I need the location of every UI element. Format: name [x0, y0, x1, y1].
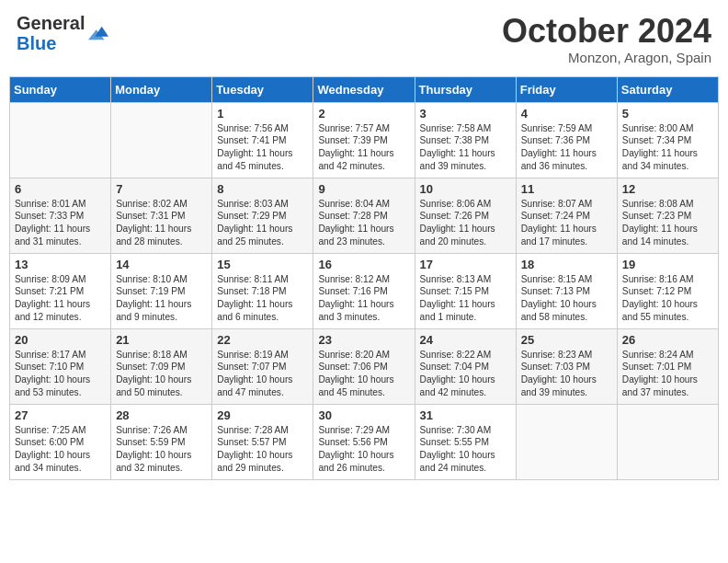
day-number: 29: [217, 408, 308, 422]
cell-info: Sunrise: 8:03 AMSunset: 7:29 PMDaylight:…: [217, 198, 308, 248]
calendar-cell: [516, 404, 617, 479]
col-header-saturday: Saturday: [617, 76, 718, 102]
day-number: 28: [116, 408, 207, 422]
col-header-sunday: Sunday: [10, 76, 111, 102]
cell-info: Sunrise: 8:19 AMSunset: 7:07 PMDaylight:…: [217, 349, 308, 399]
calendar-cell: 2Sunrise: 7:57 AMSunset: 7:39 PMDaylight…: [313, 102, 415, 178]
day-number: 30: [318, 408, 409, 422]
page-header: General Blue October 2024 Monzon, Aragon…: [9, 9, 719, 69]
day-number: 2: [318, 107, 409, 121]
calendar-cell: 28Sunrise: 7:26 AMSunset: 5:59 PMDayligh…: [111, 404, 212, 479]
cell-info: Sunrise: 7:25 AMSunset: 6:00 PMDaylight:…: [15, 424, 106, 475]
day-number: 14: [116, 258, 207, 271]
calendar-cell: 11Sunrise: 8:07 AMSunset: 7:24 PMDayligh…: [516, 178, 617, 253]
logo: General Blue: [17, 13, 108, 53]
col-header-friday: Friday: [516, 76, 617, 102]
cell-info: Sunrise: 7:28 AMSunset: 5:57 PMDaylight:…: [217, 424, 308, 475]
calendar-cell: 21Sunrise: 8:18 AMSunset: 7:09 PMDayligh…: [111, 328, 212, 404]
cell-info: Sunrise: 7:58 AMSunset: 7:38 PMDaylight:…: [420, 122, 511, 173]
cell-info: Sunrise: 8:13 AMSunset: 7:15 PMDaylight:…: [420, 273, 511, 324]
calendar-cell: 18Sunrise: 8:15 AMSunset: 7:13 PMDayligh…: [516, 253, 617, 328]
calendar-cell: 29Sunrise: 7:28 AMSunset: 5:57 PMDayligh…: [212, 404, 313, 479]
day-number: 6: [15, 182, 106, 196]
calendar-cell: [10, 102, 111, 178]
header-row: SundayMondayTuesdayWednesdayThursdayFrid…: [10, 76, 719, 102]
calendar-cell: 15Sunrise: 8:11 AMSunset: 7:18 PMDayligh…: [212, 253, 313, 328]
calendar-cell: 25Sunrise: 8:23 AMSunset: 7:03 PMDayligh…: [516, 328, 617, 404]
day-number: 5: [622, 107, 713, 121]
calendar-cell: 22Sunrise: 8:19 AMSunset: 7:07 PMDayligh…: [212, 328, 313, 404]
cell-info: Sunrise: 7:56 AMSunset: 7:41 PMDaylight:…: [217, 122, 308, 173]
cell-info: Sunrise: 8:00 AMSunset: 7:34 PMDaylight:…: [622, 122, 713, 173]
week-row-1: 1Sunrise: 7:56 AMSunset: 7:41 PMDaylight…: [10, 102, 719, 178]
cell-info: Sunrise: 8:12 AMSunset: 7:16 PMDaylight:…: [318, 273, 409, 324]
day-number: 18: [521, 258, 612, 271]
calendar-cell: 24Sunrise: 8:22 AMSunset: 7:04 PMDayligh…: [415, 328, 516, 404]
day-number: 11: [521, 182, 612, 196]
day-number: 26: [622, 333, 713, 347]
day-number: 9: [318, 182, 409, 196]
calendar-cell: 26Sunrise: 8:24 AMSunset: 7:01 PMDayligh…: [617, 328, 718, 404]
day-number: 22: [217, 333, 308, 347]
day-number: 23: [318, 333, 409, 347]
cell-info: Sunrise: 8:11 AMSunset: 7:18 PMDaylight:…: [217, 273, 308, 324]
title-block: October 2024 Monzon, Aragon, Spain: [502, 13, 711, 65]
calendar-cell: 23Sunrise: 8:20 AMSunset: 7:06 PMDayligh…: [313, 328, 415, 404]
day-number: 24: [420, 333, 511, 347]
logo-general: General: [17, 13, 85, 33]
calendar-cell: 14Sunrise: 8:10 AMSunset: 7:19 PMDayligh…: [111, 253, 212, 328]
col-header-wednesday: Wednesday: [313, 76, 415, 102]
calendar-cell: 12Sunrise: 8:08 AMSunset: 7:23 PMDayligh…: [617, 178, 718, 253]
calendar-cell: 27Sunrise: 7:25 AMSunset: 6:00 PMDayligh…: [10, 404, 111, 479]
calendar-cell: 16Sunrise: 8:12 AMSunset: 7:16 PMDayligh…: [313, 253, 415, 328]
calendar-cell: 20Sunrise: 8:17 AMSunset: 7:10 PMDayligh…: [10, 328, 111, 404]
cell-info: Sunrise: 8:04 AMSunset: 7:28 PMDaylight:…: [318, 198, 409, 248]
day-number: 20: [15, 333, 106, 347]
day-number: 12: [622, 182, 713, 196]
day-number: 15: [217, 258, 308, 271]
day-number: 3: [420, 107, 511, 121]
week-row-3: 13Sunrise: 8:09 AMSunset: 7:21 PMDayligh…: [10, 253, 719, 328]
cell-info: Sunrise: 8:10 AMSunset: 7:19 PMDaylight:…: [116, 273, 207, 324]
col-header-thursday: Thursday: [415, 76, 516, 102]
day-number: 31: [420, 408, 511, 422]
day-number: 19: [622, 258, 713, 271]
month-year-title: October 2024: [502, 13, 711, 50]
calendar-table: SundayMondayTuesdayWednesdayThursdayFrid…: [9, 76, 719, 480]
cell-info: Sunrise: 8:22 AMSunset: 7:04 PMDaylight:…: [420, 349, 511, 399]
day-number: 4: [521, 107, 612, 121]
calendar-cell: 4Sunrise: 7:59 AMSunset: 7:36 PMDaylight…: [516, 102, 617, 178]
cell-info: Sunrise: 8:07 AMSunset: 7:24 PMDaylight:…: [521, 198, 612, 248]
cell-info: Sunrise: 7:26 AMSunset: 5:59 PMDaylight:…: [116, 424, 207, 475]
calendar-cell: 8Sunrise: 8:03 AMSunset: 7:29 PMDaylight…: [212, 178, 313, 253]
day-number: 25: [521, 333, 612, 347]
calendar-cell: 17Sunrise: 8:13 AMSunset: 7:15 PMDayligh…: [415, 253, 516, 328]
calendar-cell: 3Sunrise: 7:58 AMSunset: 7:38 PMDaylight…: [415, 102, 516, 178]
calendar-cell: 5Sunrise: 8:00 AMSunset: 7:34 PMDaylight…: [617, 102, 718, 178]
calendar-cell: 7Sunrise: 8:02 AMSunset: 7:31 PMDaylight…: [111, 178, 212, 253]
day-number: 16: [318, 258, 409, 271]
calendar-cell: 1Sunrise: 7:56 AMSunset: 7:41 PMDaylight…: [212, 102, 313, 178]
cell-info: Sunrise: 8:18 AMSunset: 7:09 PMDaylight:…: [116, 349, 207, 399]
logo-icon: [88, 23, 108, 43]
week-row-2: 6Sunrise: 8:01 AMSunset: 7:33 PMDaylight…: [10, 178, 719, 253]
day-number: 27: [15, 408, 106, 422]
day-number: 21: [116, 333, 207, 347]
cell-info: Sunrise: 7:57 AMSunset: 7:39 PMDaylight:…: [318, 122, 409, 173]
calendar-cell: 13Sunrise: 8:09 AMSunset: 7:21 PMDayligh…: [10, 253, 111, 328]
cell-info: Sunrise: 8:20 AMSunset: 7:06 PMDaylight:…: [318, 349, 409, 399]
day-number: 17: [420, 258, 511, 271]
cell-info: Sunrise: 8:17 AMSunset: 7:10 PMDaylight:…: [15, 349, 106, 399]
cell-info: Sunrise: 8:23 AMSunset: 7:03 PMDaylight:…: [521, 349, 612, 399]
location-subtitle: Monzon, Aragon, Spain: [502, 50, 711, 65]
week-row-5: 27Sunrise: 7:25 AMSunset: 6:00 PMDayligh…: [10, 404, 719, 479]
cell-info: Sunrise: 8:02 AMSunset: 7:31 PMDaylight:…: [116, 198, 207, 248]
calendar-cell: [111, 102, 212, 178]
cell-info: Sunrise: 7:30 AMSunset: 5:55 PMDaylight:…: [420, 424, 511, 475]
calendar-cell: 9Sunrise: 8:04 AMSunset: 7:28 PMDaylight…: [313, 178, 415, 253]
day-number: 8: [217, 182, 308, 196]
calendar-cell: 30Sunrise: 7:29 AMSunset: 5:56 PMDayligh…: [313, 404, 415, 479]
calendar-cell: 6Sunrise: 8:01 AMSunset: 7:33 PMDaylight…: [10, 178, 111, 253]
cell-info: Sunrise: 8:24 AMSunset: 7:01 PMDaylight:…: [622, 349, 713, 399]
calendar-cell: [617, 404, 718, 479]
